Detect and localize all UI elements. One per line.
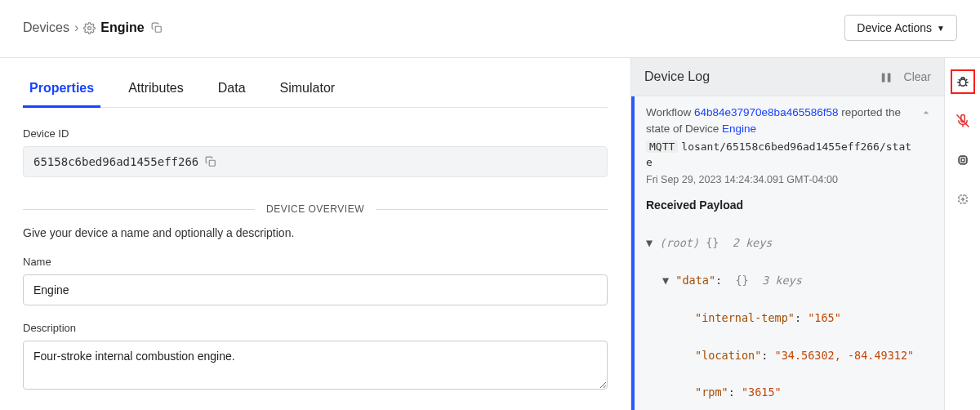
json-count: 3 keys <box>762 274 802 287</box>
breadcrumb-current: Engine <box>100 20 144 35</box>
json-value: "165" <box>808 311 841 324</box>
mqtt-topic: losant/65158c6bed96ad1455eff266/state <box>646 140 911 168</box>
json-key: "location" <box>695 349 761 362</box>
payload-json: ▼ (root) {} 2 keys ▼ "data": {} 3 keys "… <box>646 215 933 410</box>
tabs: Properties Attributes Data Simulator <box>23 73 608 108</box>
copy-icon[interactable] <box>151 22 163 33</box>
device-id-text: 65158c6bed96ad1455eff266 <box>33 155 198 168</box>
copy-device-id-icon[interactable] <box>205 156 216 167</box>
log-text: Workflow <box>646 106 694 118</box>
tab-properties[interactable]: Properties <box>23 73 100 108</box>
breadcrumb: Devices › Engine <box>23 20 163 35</box>
json-key: "internal-temp" <box>695 311 795 324</box>
json-toggle-icon[interactable]: ▼ <box>646 236 653 249</box>
svg-rect-5 <box>961 158 964 162</box>
json-root-label: (root) <box>659 236 699 249</box>
json-count: 2 keys <box>733 236 773 249</box>
overview-helper-text: Give your device a name and optionally a… <box>23 226 608 239</box>
chip-icon[interactable] <box>951 148 975 172</box>
device-actions-label: Device Actions <box>857 21 932 34</box>
name-input[interactable] <box>23 274 608 305</box>
svg-rect-3 <box>960 79 966 86</box>
device-log-panel: Device Log ❚❚ Clear Workflow 64b84e37970… <box>630 58 944 410</box>
json-key: "data" <box>675 274 715 287</box>
device-link[interactable]: Engine <box>722 123 756 135</box>
mqtt-method-badge: MQTT <box>646 140 678 153</box>
gear-icon <box>83 22 96 34</box>
svg-rect-2 <box>210 160 216 166</box>
clear-button[interactable]: Clear <box>904 70 931 83</box>
section-device-overview: DEVICE OVERVIEW <box>255 203 376 215</box>
log-entry: Workflow 64b84e37970e8ba465586f58 report… <box>631 96 944 410</box>
svg-point-0 <box>88 26 91 29</box>
svg-rect-1 <box>155 26 161 32</box>
device-id-value: 65158c6bed96ad1455eff266 <box>23 146 608 177</box>
breadcrumb-separator: › <box>74 20 78 35</box>
tab-data[interactable]: Data <box>212 73 252 107</box>
received-payload-title: Received Payload <box>646 198 933 212</box>
collapse-icon[interactable] <box>920 105 933 119</box>
device-log-title: Device Log <box>644 69 710 84</box>
device-actions-button[interactable]: Device Actions ▼ <box>844 15 957 41</box>
pause-icon[interactable]: ❚❚ <box>880 72 891 82</box>
caret-down-icon: ▼ <box>937 24 945 33</box>
json-value: "3615" <box>742 385 782 399</box>
json-value: "34.56302, -84.49312" <box>775 349 915 362</box>
description-label: Description <box>23 322 608 334</box>
json-toggle-icon[interactable]: ▼ <box>662 274 669 287</box>
device-id-label: Device ID <box>23 127 608 140</box>
name-label: Name <box>23 256 608 268</box>
tab-simulator[interactable]: Simulator <box>274 73 342 107</box>
json-key: "rpm" <box>695 385 728 399</box>
svg-rect-4 <box>959 157 966 164</box>
tab-attributes[interactable]: Attributes <box>122 73 190 107</box>
mic-off-icon[interactable] <box>951 109 975 133</box>
description-input[interactable]: Four-stroke internal combustion engine. <box>23 341 608 390</box>
breadcrumb-root[interactable]: Devices <box>23 20 69 35</box>
workflow-link[interactable]: 64b84e37970e8ba465586f58 <box>694 106 838 118</box>
chip-add-icon[interactable] <box>951 187 975 212</box>
right-rail <box>944 58 980 410</box>
log-timestamp: Fri Sep 29, 2023 14:24:34.091 GMT-04:00 <box>646 172 913 187</box>
debug-icon[interactable] <box>951 69 975 94</box>
